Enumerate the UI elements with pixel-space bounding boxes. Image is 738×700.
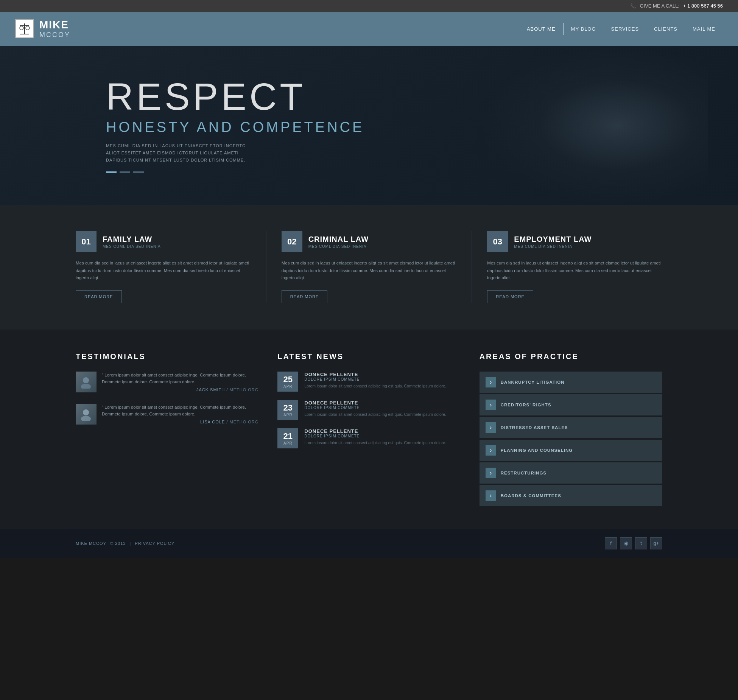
logo-area: MIKE MCCOY: [15, 19, 70, 39]
footer-policy[interactable]: PRIVACY POLICY: [135, 541, 174, 546]
news-title-3: DONECE PELLENTE: [304, 428, 446, 434]
area-item-4[interactable]: › PLANNING AND COUNSELING: [480, 440, 662, 461]
news-item-1: 25 APR DONECE PELLENTE DOLORE IPSIM COMM…: [277, 372, 460, 392]
testimonial-text-2: " Lorem ipsum dolor sit amet consect adi…: [102, 404, 258, 418]
hero-dot-3: [133, 171, 144, 173]
footer-social: f ◉ t g+: [605, 537, 662, 549]
area-label-5: RESTRUCTURINGS: [501, 471, 546, 475]
news-cat-3: DOLORE IPSIM COMMETE: [304, 434, 446, 438]
testimonial-text-1: " Lorem ipsum dolor sit amet consect adi…: [102, 372, 258, 386]
chevron-icon-6: ›: [486, 490, 496, 501]
chevron-icon-4: ›: [486, 445, 496, 456]
service-title-group-3: EMPLOYMENT LAW MES CUML DIA SED INENIA: [514, 235, 592, 249]
service-body-1: Mes cum dia sed in lacus ut eniascet ing…: [76, 260, 251, 282]
service-title-2: CRIMINAL LAW: [308, 235, 369, 244]
service-card-2: 02 CRIMINAL LAW MES CUML DIA SED INENIA …: [282, 231, 457, 303]
svg-point-6: [81, 384, 91, 389]
nav-services[interactable]: SERVICES: [604, 23, 647, 35]
area-item-1[interactable]: › BANKRUPTCY LITIGATION: [480, 372, 662, 393]
social-rss[interactable]: ◉: [620, 537, 632, 549]
logo-name-bottom: MCCOY: [39, 31, 70, 39]
svg-point-7: [83, 409, 89, 415]
avatar-inner-jack: [76, 372, 97, 392]
news-content-2: DONECE PELLENTE DOLORE IPSIM COMMETE Lor…: [304, 400, 446, 418]
social-facebook[interactable]: f: [605, 537, 617, 549]
social-googleplus[interactable]: g+: [650, 537, 662, 549]
logo-icon: [15, 19, 34, 38]
service-header-1: 01 FAMILY LAW MES CUML DIA SED INENIA: [76, 231, 251, 252]
service-title-group-2: CRIMINAL LAW MES CUML DIA SED INENIA: [308, 235, 369, 249]
service-title-group-1: FAMILY LAW MES CUML DIA SED INENIA: [103, 235, 161, 249]
hero-description: MES CUML DIA SED IN LACUS UT ENIASCET ET…: [106, 142, 250, 163]
area-item-6[interactable]: › BOARDS & COMMITTEES: [480, 485, 662, 506]
header: MIKE MCCOY ABOUT ME MY BLOG SERVICES CLI…: [0, 12, 738, 46]
service-divider-1: [266, 231, 266, 303]
news-day-3: 21: [277, 431, 298, 441]
news-col: LATEST NEWS 25 APR DONECE PELLENTE DOLOR…: [277, 352, 460, 506]
areas-list: › BANKRUPTCY LITIGATION › CREDITORS' RIG…: [480, 372, 662, 506]
chevron-icon-5: ›: [486, 468, 496, 478]
phone-number: + 1 800 567 45 56: [683, 3, 723, 9]
nav-my-blog[interactable]: MY BLOG: [564, 23, 604, 35]
svg-point-3: [26, 26, 30, 30]
service-card-1: 01 FAMILY LAW MES CUML DIA SED INENIA Me…: [76, 231, 251, 303]
news-date-1: 25 APR: [277, 372, 298, 392]
area-item-3[interactable]: › DISTRESSED ASSET SALES: [480, 417, 662, 438]
hero-section: RESPECT HONESTY AND COMPETENCE MES CUML …: [0, 46, 738, 205]
hero-subtitle: HONESTY AND COMPETENCE: [106, 119, 364, 135]
chevron-icon-1: ›: [486, 377, 496, 387]
hero-title: RESPECT: [106, 78, 364, 115]
service-body-3: Mes cum dia sed in lacus ut eniascet ing…: [487, 260, 662, 282]
footer-brand: MIKE MCCOY: [76, 541, 106, 546]
testimonials-col: TESTIMONIALS " Lorem ipsum dolor sit ame…: [76, 352, 258, 506]
news-title: LATEST NEWS: [277, 352, 460, 361]
lower-section: TESTIMONIALS " Lorem ipsum dolor sit ame…: [0, 330, 738, 529]
area-label-6: BOARDS & COMMITTEES: [501, 493, 561, 498]
area-label-2: CREDITORS' RIGHTS: [501, 403, 551, 407]
area-item-2[interactable]: › CREDITORS' RIGHTS: [480, 394, 662, 415]
read-more-btn-2[interactable]: READ MORE: [282, 290, 328, 303]
read-more-btn-3[interactable]: READ MORE: [487, 290, 533, 303]
avatar-jack: [76, 372, 97, 392]
service-title-1: FAMILY LAW: [103, 235, 161, 244]
main-nav: ABOUT ME MY BLOG SERVICES CLIENTS MAIL M…: [519, 23, 723, 35]
hero-dot-1: [106, 171, 117, 173]
news-month-1: APR: [277, 384, 298, 389]
areas-title: AREAS OF PRACTICE: [480, 352, 662, 361]
testimonials-title: TESTIMONIALS: [76, 352, 258, 361]
hero-dots: [106, 171, 364, 173]
nav-mail-me[interactable]: MAIL ME: [685, 23, 723, 35]
avatar-lisa: [76, 404, 97, 425]
service-title-3: EMPLOYMENT LAW: [514, 235, 592, 244]
service-num-1: 01: [76, 231, 97, 252]
service-sub-3: MES CUML DIA SED INENIA: [514, 244, 592, 249]
news-content-3: DONECE PELLENTE DOLORE IPSIM COMMETE Lor…: [304, 428, 446, 446]
service-header-3: 03 EMPLOYMENT LAW MES CUML DIA SED INENI…: [487, 231, 662, 252]
news-title-1: DONECE PELLENTE: [304, 372, 446, 377]
logo-text: MIKE MCCOY: [39, 19, 70, 39]
read-more-btn-1[interactable]: READ MORE: [76, 290, 122, 303]
testimonial-item-2: " Lorem ipsum dolor sit amet consect adi…: [76, 404, 258, 425]
area-label-4: PLANNING AND COUNSELING: [501, 448, 573, 453]
news-date-3: 21 APR: [277, 428, 298, 448]
service-card-3: 03 EMPLOYMENT LAW MES CUML DIA SED INENI…: [487, 231, 662, 303]
cta-label: GIVE ME A CALL:: [640, 3, 679, 9]
hero-bg: [481, 46, 708, 205]
service-sub-2: MES CUML DIA SED INENIA: [308, 244, 369, 249]
nav-about-me[interactable]: ABOUT ME: [519, 23, 564, 35]
news-body-2: Lorem ipsum dolor sit amet consect adipi…: [304, 412, 446, 418]
areas-col: AREAS OF PRACTICE › BANKRUPTCY LITIGATIO…: [480, 352, 662, 506]
area-label-3: DISTRESSED ASSET SALES: [501, 425, 568, 430]
chevron-icon-3: ›: [486, 422, 496, 433]
news-date-2: 23 APR: [277, 400, 298, 420]
svg-point-8: [81, 416, 91, 421]
nav-clients[interactable]: CLIENTS: [646, 23, 685, 35]
news-body-1: Lorem ipsum dolor sit amet consect adipi…: [304, 383, 446, 389]
social-twitter[interactable]: t: [635, 537, 647, 549]
news-cat-1: DOLORE IPSIM COMMETE: [304, 377, 446, 381]
testimonial-item-1: " Lorem ipsum dolor sit amet consect adi…: [76, 372, 258, 392]
area-item-5[interactable]: › RESTRUCTURINGS: [480, 462, 662, 484]
svg-point-2: [20, 26, 23, 30]
service-num-2: 02: [282, 231, 302, 252]
logo-name-top: MIKE: [39, 19, 70, 31]
